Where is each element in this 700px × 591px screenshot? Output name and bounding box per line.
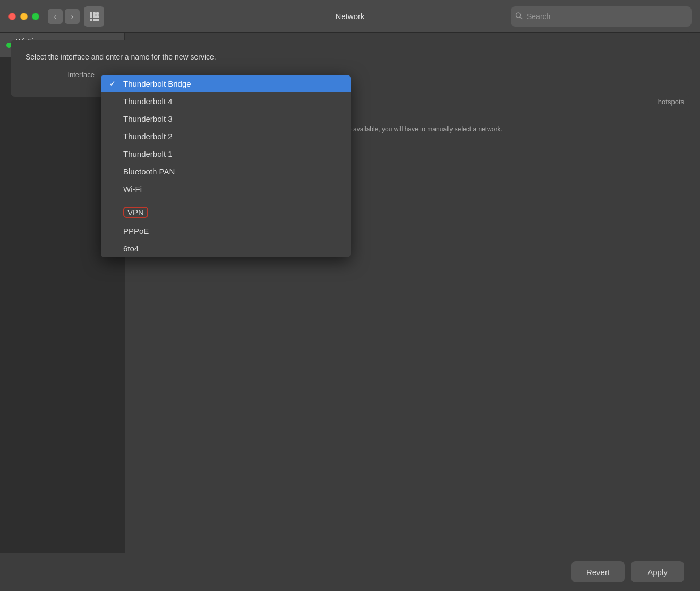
dropdown-item-thunderbolt-4[interactable]: Thunderbolt 4: [101, 92, 351, 110]
svg-rect-6: [90, 19, 92, 21]
title-bar: ‹ › Network: [0, 0, 700, 33]
dropdown-item-wifi[interactable]: Wi-Fi: [101, 180, 351, 198]
dropdown-item-thunderbolt-1[interactable]: Thunderbolt 1: [101, 145, 351, 163]
interface-row: Interface ✓ Thunderbolt Bridge Thunderbo…: [25, 71, 675, 79]
maximize-button[interactable]: [32, 13, 39, 20]
svg-rect-5: [96, 15, 99, 18]
vpn-highlight-label: VPN: [123, 207, 148, 218]
traffic-lights: [8, 13, 39, 20]
dropdown-item-label: Thunderbolt 3: [123, 114, 173, 123]
svg-line-10: [520, 17, 523, 19]
back-button[interactable]: ‹: [48, 9, 63, 24]
minimize-button[interactable]: [20, 13, 28, 20]
svg-rect-3: [90, 15, 92, 18]
dropdown-item-label: Thunderbolt 2: [123, 132, 173, 141]
dropdown-item-label: Bluetooth PAN: [123, 167, 175, 176]
dropdown-item-thunderbolt-3[interactable]: Thunderbolt 3: [101, 110, 351, 128]
new-service-dialog: Select the interface and enter a name fo…: [11, 40, 689, 97]
dropdown-item-label: 6to4: [123, 244, 139, 253]
search-icon: [515, 12, 523, 21]
search-input[interactable]: [511, 6, 692, 27]
dropdown-item-label: Thunderbolt 1: [123, 149, 173, 158]
checkmark-icon: ✓: [109, 79, 118, 88]
interface-label: Interface: [25, 71, 95, 79]
svg-rect-4: [93, 15, 96, 18]
svg-rect-8: [96, 19, 99, 21]
dropdown-item-label: Thunderbolt 4: [123, 97, 173, 106]
search-wrapper: [511, 6, 692, 27]
dropdown-item-6to4[interactable]: 6to4: [101, 240, 351, 257]
dropdown-item-pppoe[interactable]: PPPoE: [101, 222, 351, 240]
dialog-instruction: Select the interface and enter a name fo…: [25, 53, 675, 61]
svg-rect-2: [96, 12, 99, 15]
dropdown-item-label: Wi-Fi: [123, 184, 142, 193]
dropdown-divider: [101, 200, 351, 200]
nav-buttons: ‹ ›: [48, 9, 80, 24]
dropdown-item-bluetooth-pan[interactable]: Bluetooth PAN: [101, 163, 351, 180]
close-button[interactable]: [8, 13, 16, 20]
dropdown-item-thunderbolt-2[interactable]: Thunderbolt 2: [101, 128, 351, 145]
dropdown-item-label: Thunderbolt Bridge: [123, 79, 191, 88]
dropdown-item-vpn[interactable]: VPN: [101, 202, 351, 222]
grid-button[interactable]: [84, 6, 104, 27]
svg-rect-0: [90, 12, 92, 15]
dropdown-item-label: PPPoE: [123, 226, 149, 235]
dialog-overlay: Select the interface and enter a name fo…: [0, 29, 700, 591]
svg-rect-7: [93, 19, 96, 21]
forward-button[interactable]: ›: [65, 9, 80, 24]
svg-rect-1: [93, 12, 96, 15]
interface-dropdown-menu[interactable]: ✓ Thunderbolt Bridge Thunderbolt 4 Thund…: [101, 75, 351, 257]
window-title: Network: [335, 12, 364, 21]
dropdown-item-thunderbolt-bridge[interactable]: ✓ Thunderbolt Bridge: [101, 75, 351, 92]
